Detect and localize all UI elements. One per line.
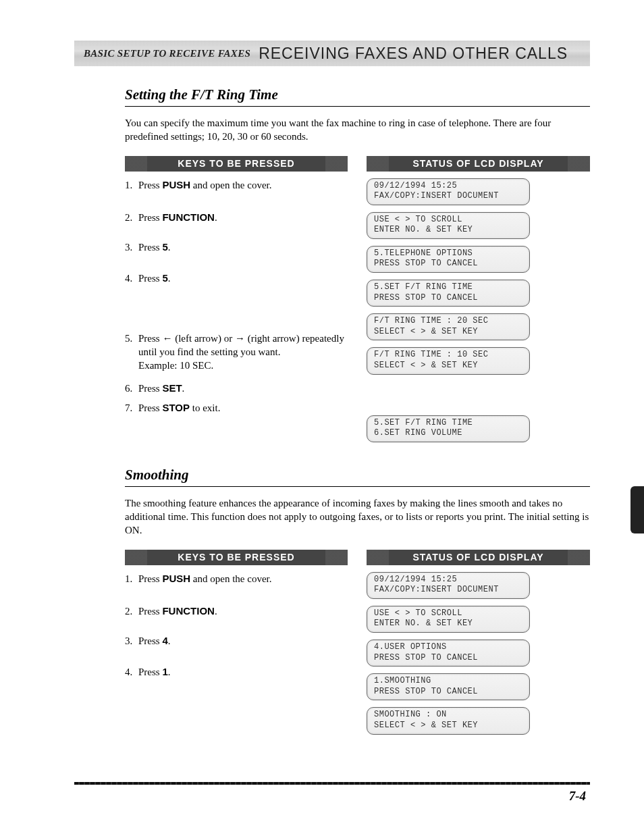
lcd-display: F/T RING TIME : 10 SEC SELECT < > & SET …	[367, 347, 530, 374]
step-item: 5. Press ← (left arrow) or → (right arro…	[125, 332, 348, 373]
lcd-line: SELECT < > & SET KEY	[374, 721, 522, 731]
step-text: Press 1.	[138, 665, 348, 679]
lcd-line: 1.SMOOTHING	[374, 676, 522, 687]
banner-left-text: BASIC SETUP TO RECEIVE FAXES	[84, 48, 250, 59]
right-arrow-icon: →	[235, 332, 245, 344]
lcd-display: 09/12/1994 15:25 FAX/COPY:INSERT DOCUMEN…	[367, 572, 530, 599]
lcd-display: USE < > TO SCROLL ENTER NO. & SET KEY	[367, 212, 530, 239]
step-item: 3. Press 5.	[125, 240, 348, 254]
step-text: Press PUSH and open the cover.	[138, 178, 348, 192]
step-item: 7. Press STOP to exit.	[125, 401, 348, 415]
step-number: 2.	[125, 211, 138, 224]
step-number: 3.	[125, 240, 138, 254]
section2-intro: The smoothing feature enhances the appea…	[125, 496, 590, 538]
step-text: Press FUNCTION.	[138, 211, 348, 224]
step-text: Press 5.	[138, 271, 348, 285]
step-number: 5.	[125, 332, 138, 373]
lcd-line: SMOOTHING : ON	[374, 710, 522, 721]
section1-intro: You can specify the maximum time you wan…	[125, 116, 590, 144]
lcd-display: 5.SET F/T RING TIME 6.SET RING VOLUME	[367, 415, 530, 442]
lcd-display: 1.SMOOTHING PRESS STOP TO CANCEL	[367, 673, 530, 700]
lcd-line: PRESS STOP TO CANCEL	[374, 293, 522, 304]
step-number: 1.	[125, 572, 138, 585]
lcd-header-2: STATUS OF LCD DISPLAY	[367, 550, 590, 565]
lcd-display: 09/12/1994 15:25 FAX/COPY:INSERT DOCUMEN…	[367, 178, 530, 205]
step-number: 1.	[125, 178, 138, 192]
lcd-line: 09/12/1994 15:25	[374, 575, 522, 585]
step-text: Press FUNCTION.	[138, 604, 348, 618]
step-text: Press ← (left arrow) or → (right arrow) …	[138, 332, 348, 373]
lcd-line: 5.TELEPHONE OPTIONS	[374, 249, 522, 259]
lcd-line: SELECT < > & SET KEY	[374, 361, 522, 371]
keys-header-2: KEYS TO BE PRESSED	[125, 550, 348, 565]
lcd-display: SMOOTHING : ON SELECT < > & SET KEY	[367, 707, 530, 734]
left-arrow-icon: ←	[162, 332, 172, 344]
step-item: 1. Press PUSH and open the cover.	[125, 178, 348, 192]
step-item: 4. Press 5.	[125, 271, 348, 285]
step-number: 3.	[125, 634, 138, 648]
step-text: Press PUSH and open the cover.	[138, 572, 348, 585]
lcd-line: ENTER NO. & SET KEY	[374, 225, 522, 236]
lcd-header-1: STATUS OF LCD DISPLAY	[367, 156, 590, 172]
lcd-line: 5.SET F/T RING TIME	[374, 282, 522, 293]
step-number: 7.	[125, 401, 138, 415]
lcd-line: ENTER NO. & SET KEY	[374, 619, 522, 629]
lcd-line: USE < > TO SCROLL	[374, 608, 522, 619]
lcd-display: F/T RING TIME : 20 SEC SELECT < > & SET …	[367, 313, 530, 340]
page-number: 7-4	[74, 789, 590, 804]
step-item: 6. Press SET.	[125, 382, 348, 395]
lcd-line: F/T RING TIME : 20 SEC	[374, 316, 522, 327]
step-text: Press 4.	[138, 634, 348, 648]
lcd-line: 4.USER OPTIONS	[374, 642, 522, 653]
lcd-line: 09/12/1994 15:25	[374, 181, 522, 192]
lcd-display: USE < > TO SCROLL ENTER NO. & SET KEY	[367, 606, 530, 633]
lcd-line: USE < > TO SCROLL	[374, 215, 522, 226]
footer-rule	[74, 782, 590, 785]
keys-header-1: KEYS TO BE PRESSED	[125, 156, 348, 172]
lcd-display: 5.TELEPHONE OPTIONS PRESS STOP TO CANCEL	[367, 246, 530, 273]
lcd-line: 5.SET F/T RING TIME	[374, 418, 522, 429]
lcd-display: 5.SET F/T RING TIME PRESS STOP TO CANCEL	[367, 280, 530, 307]
step-number: 2.	[125, 604, 138, 618]
step-item: 4. Press 1.	[125, 665, 348, 679]
lcd-line: SELECT < > & SET KEY	[374, 327, 522, 338]
step-number: 4.	[125, 665, 138, 679]
page-edge-tab	[630, 486, 644, 533]
step-item: 2. Press FUNCTION.	[125, 604, 348, 618]
page-banner: BASIC SETUP TO RECEIVE FAXES RECEIVING F…	[74, 41, 590, 66]
lcd-display: 4.USER OPTIONS PRESS STOP TO CANCEL	[367, 640, 530, 667]
step-item: 3. Press 4.	[125, 634, 348, 648]
step-text: Press SET.	[138, 382, 348, 395]
section1-title: Setting the F/T Ring Time	[125, 86, 590, 107]
step-number: 6.	[125, 382, 138, 395]
step-item: 1. Press PUSH and open the cover.	[125, 572, 348, 585]
step-text: Press STOP to exit.	[138, 401, 348, 415]
step-item: 2. Press FUNCTION.	[125, 211, 348, 224]
step-text: Press 5.	[138, 240, 348, 254]
section2-title: Smoothing	[125, 467, 590, 487]
lcd-line: FAX/COPY:INSERT DOCUMENT	[374, 191, 522, 202]
banner-right-text: RECEIVING FAXES AND OTHER CALLS	[259, 45, 568, 63]
lcd-line: PRESS STOP TO CANCEL	[374, 259, 522, 269]
lcd-line: PRESS STOP TO CANCEL	[374, 687, 522, 698]
lcd-line: FAX/COPY:INSERT DOCUMENT	[374, 585, 522, 596]
lcd-line: 6.SET RING VOLUME	[374, 428, 522, 439]
lcd-line: PRESS STOP TO CANCEL	[374, 653, 522, 664]
step-number: 4.	[125, 271, 138, 285]
lcd-line: F/T RING TIME : 10 SEC	[374, 350, 522, 361]
